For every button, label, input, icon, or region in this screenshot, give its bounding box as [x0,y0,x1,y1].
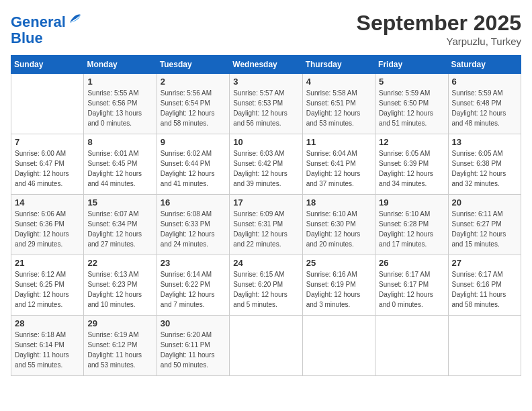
day-number: 6 [452,77,517,87]
day-info: Sunrise: 6:05 AM Sunset: 6:38 PM Dayligh… [452,148,517,189]
day-number: 28 [15,318,80,328]
calendar-cell: 18Sunrise: 6:10 AM Sunset: 6:30 PM Dayli… [302,195,375,255]
day-info: Sunrise: 5:56 AM Sunset: 6:54 PM Dayligh… [161,88,226,128]
calendar-cell [230,316,302,376]
calendar-cell: 2Sunrise: 5:56 AM Sunset: 6:54 PM Daylig… [157,74,229,134]
logo: General Blue [11,11,83,46]
calendar-cell: 8Sunrise: 6:01 AM Sunset: 6:45 PM Daylig… [84,134,157,195]
calendar-cell: 7Sunrise: 6:00 AM Sunset: 6:47 PM Daylig… [11,134,84,195]
calendar-cell: 30Sunrise: 6:20 AM Sunset: 6:11 PM Dayli… [157,316,229,376]
day-number: 23 [161,258,226,268]
title-block: September 2025 Yarpuzlu, Turkey [357,11,521,47]
calendar-cell [302,316,375,376]
day-info: Sunrise: 6:10 AM Sunset: 6:30 PM Dayligh… [306,209,371,249]
logo-blue: Blue [11,30,83,46]
day-number: 15 [87,197,152,208]
calendar-cell: 24Sunrise: 6:15 AM Sunset: 6:20 PM Dayli… [230,255,302,316]
calendar-table: SundayMondayTuesdayWednesdayThursdayFrid… [11,55,521,376]
day-number: 5 [379,77,444,87]
day-number: 16 [161,197,226,208]
day-info: Sunrise: 6:09 AM Sunset: 6:31 PM Dayligh… [233,209,298,249]
day-number: 17 [233,197,298,208]
day-info: Sunrise: 6:06 AM Sunset: 6:36 PM Dayligh… [15,209,80,249]
day-number: 13 [452,137,517,147]
day-number: 25 [306,258,371,268]
day-info: Sunrise: 5:59 AM Sunset: 6:48 PM Dayligh… [452,88,517,128]
calendar-cell: 1Sunrise: 5:55 AM Sunset: 6:56 PM Daylig… [84,74,157,134]
calendar-cell: 20Sunrise: 6:11 AM Sunset: 6:27 PM Dayli… [448,195,521,255]
day-info: Sunrise: 6:01 AM Sunset: 6:45 PM Dayligh… [87,148,152,189]
day-number: 9 [161,137,226,147]
day-info: Sunrise: 6:18 AM Sunset: 6:14 PM Dayligh… [15,330,80,370]
day-info: Sunrise: 6:02 AM Sunset: 6:44 PM Dayligh… [161,148,226,189]
calendar-cell: 6Sunrise: 5:59 AM Sunset: 6:48 PM Daylig… [448,74,521,134]
weekday-wednesday: Wednesday [230,56,302,74]
day-info: Sunrise: 6:00 AM Sunset: 6:47 PM Dayligh… [15,148,80,189]
day-info: Sunrise: 6:15 AM Sunset: 6:20 PM Dayligh… [233,269,298,310]
calendar-cell: 17Sunrise: 6:09 AM Sunset: 6:31 PM Dayli… [230,195,302,255]
calendar-cell: 21Sunrise: 6:12 AM Sunset: 6:25 PM Dayli… [11,255,84,316]
day-info: Sunrise: 6:07 AM Sunset: 6:34 PM Dayligh… [87,209,152,249]
day-info: Sunrise: 6:03 AM Sunset: 6:42 PM Dayligh… [233,148,298,189]
day-number: 3 [233,77,298,87]
day-info: Sunrise: 6:19 AM Sunset: 6:12 PM Dayligh… [87,330,152,370]
weekday-friday: Friday [375,56,448,74]
calendar-cell: 16Sunrise: 6:08 AM Sunset: 6:33 PM Dayli… [157,195,229,255]
day-number: 4 [306,77,371,87]
day-number: 19 [379,197,444,208]
calendar-cell: 25Sunrise: 6:16 AM Sunset: 6:19 PM Dayli… [302,255,375,316]
calendar-body: 1Sunrise: 5:55 AM Sunset: 6:56 PM Daylig… [11,74,521,376]
day-number: 14 [15,197,80,208]
day-info: Sunrise: 5:58 AM Sunset: 6:51 PM Dayligh… [306,88,371,128]
week-row-1: 1Sunrise: 5:55 AM Sunset: 6:56 PM Daylig… [11,74,521,134]
week-row-2: 7Sunrise: 6:00 AM Sunset: 6:47 PM Daylig… [11,134,521,195]
day-number: 20 [452,197,517,208]
month-title: September 2025 [357,11,521,36]
day-info: Sunrise: 6:16 AM Sunset: 6:19 PM Dayligh… [306,269,371,310]
day-number: 21 [15,258,80,268]
day-number: 24 [233,258,298,268]
week-row-3: 14Sunrise: 6:06 AM Sunset: 6:36 PM Dayli… [11,195,521,255]
day-number: 26 [379,258,444,268]
day-info: Sunrise: 6:20 AM Sunset: 6:11 PM Dayligh… [161,330,226,370]
weekday-monday: Monday [84,56,157,74]
logo-general: General [11,13,66,30]
day-info: Sunrise: 6:05 AM Sunset: 6:39 PM Dayligh… [379,148,444,189]
logo-text: General [11,11,83,30]
calendar-cell: 14Sunrise: 6:06 AM Sunset: 6:36 PM Dayli… [11,195,84,255]
weekday-tuesday: Tuesday [157,56,229,74]
day-info: Sunrise: 6:11 AM Sunset: 6:27 PM Dayligh… [452,209,517,249]
day-number: 29 [87,318,152,328]
day-number: 2 [161,77,226,87]
day-info: Sunrise: 6:12 AM Sunset: 6:25 PM Dayligh… [15,269,80,310]
calendar-cell: 12Sunrise: 6:05 AM Sunset: 6:39 PM Dayli… [375,134,448,195]
day-number: 7 [15,137,80,147]
calendar-cell: 9Sunrise: 6:02 AM Sunset: 6:44 PM Daylig… [157,134,229,195]
day-info: Sunrise: 6:17 AM Sunset: 6:16 PM Dayligh… [452,269,517,310]
page-header: General Blue September 2025 Yarpuzlu, Tu… [11,11,521,47]
calendar-cell: 15Sunrise: 6:07 AM Sunset: 6:34 PM Dayli… [84,195,157,255]
calendar-cell: 3Sunrise: 5:57 AM Sunset: 6:53 PM Daylig… [230,74,302,134]
calendar-cell [375,316,448,376]
calendar-cell: 5Sunrise: 5:59 AM Sunset: 6:50 PM Daylig… [375,74,448,134]
location: Yarpuzlu, Turkey [357,36,521,47]
day-number: 11 [306,137,371,147]
day-number: 22 [87,258,152,268]
calendar-cell [11,74,84,134]
week-row-5: 28Sunrise: 6:18 AM Sunset: 6:14 PM Dayli… [11,316,521,376]
calendar-cell: 19Sunrise: 6:10 AM Sunset: 6:28 PM Dayli… [375,195,448,255]
day-number: 10 [233,137,298,147]
calendar-cell: 26Sunrise: 6:17 AM Sunset: 6:17 PM Dayli… [375,255,448,316]
day-number: 8 [87,137,152,147]
calendar-cell [448,316,521,376]
calendar-cell: 29Sunrise: 6:19 AM Sunset: 6:12 PM Dayli… [84,316,157,376]
day-number: 30 [161,318,226,328]
day-info: Sunrise: 6:14 AM Sunset: 6:22 PM Dayligh… [161,269,226,310]
day-number: 12 [379,137,444,147]
day-info: Sunrise: 6:17 AM Sunset: 6:17 PM Dayligh… [379,269,444,310]
weekday-saturday: Saturday [448,56,521,74]
calendar-cell: 11Sunrise: 6:04 AM Sunset: 6:41 PM Dayli… [302,134,375,195]
day-info: Sunrise: 6:13 AM Sunset: 6:23 PM Dayligh… [87,269,152,310]
week-row-4: 21Sunrise: 6:12 AM Sunset: 6:25 PM Dayli… [11,255,521,316]
day-info: Sunrise: 6:04 AM Sunset: 6:41 PM Dayligh… [306,148,371,189]
